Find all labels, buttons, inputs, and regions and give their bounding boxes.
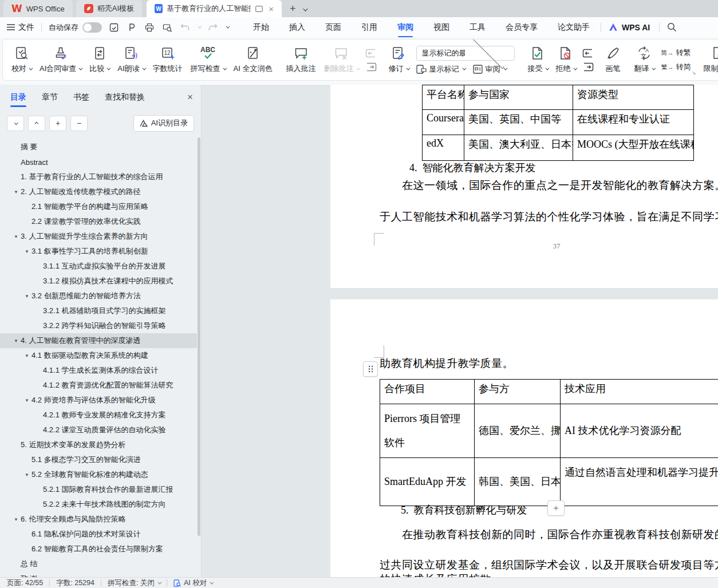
toc-item[interactable]: 5.1 多模态学习交互的智能化演进 (0, 452, 197, 467)
show-markup-button[interactable]: 显示标记 (416, 64, 465, 74)
toc-item[interactable]: 6.1 隐私保护问题的技术对策设计 (0, 527, 197, 542)
expand-triangle-icon[interactable]: ▼ (22, 472, 31, 477)
next-comment-icon[interactable] (365, 62, 377, 72)
autosave-toggle[interactable] (82, 22, 102, 33)
cooperation-table[interactable]: 合作项目 参与方 技术应用 Pierrors 项目管理软件 德国、爱尔兰、挪威 … (380, 379, 718, 506)
toc-item[interactable]: 2.1 智能教学平台的构建与应用策略 (0, 199, 197, 214)
toc-item[interactable]: ▼4.2 师资培养与评估体系的智能化升级 (0, 393, 197, 408)
toc-item[interactable]: 4.1.1 学生成长监测体系的综合设计 (0, 363, 197, 378)
toc-item[interactable]: ▼4. 人工智能在教育管理中的深度渗透 (0, 333, 197, 348)
track-changes-button[interactable]: 修订 (385, 41, 413, 79)
spellcheck-status[interactable]: 拼写检查: 关闭 (108, 578, 160, 588)
drag-handle[interactable] (363, 361, 378, 377)
ai-contract-review-button[interactable]: AI合同审查 (35, 41, 85, 79)
platform-table[interactable]: 平台名称 参与国家 资源类型 Coursera 美国、英国、中国等 在线课程和专… (422, 85, 694, 161)
document-page-37[interactable]: 平台名称 参与国家 资源类型 Coursera 美国、英国、中国等 在线课程和专… (330, 85, 718, 288)
expand-triangle-icon[interactable]: ▼ (22, 249, 31, 254)
toc-item[interactable]: 1. 基于教育行业的人工智能技术的综合运用 (0, 169, 197, 184)
toc-item[interactable]: 3.1.2 模拟仿真技术在课程中的应用模式 (0, 274, 197, 289)
toc-item[interactable]: 总 结 (0, 557, 197, 571)
toc-item[interactable]: 4.2.1 教师专业发展的精准化支持方案 (0, 408, 197, 423)
collapse-all-button[interactable] (7, 116, 24, 131)
ai-read-aloud-button[interactable]: AI朗读 (113, 41, 148, 79)
sidebar-scrollbar[interactable] (198, 137, 200, 570)
new-tab-button[interactable]: + (290, 3, 296, 15)
toc-item[interactable]: ▼3.2 创新思维能力的智能培养方法 (0, 289, 197, 303)
expand-triangle-icon[interactable]: ▼ (22, 294, 31, 299)
translate-button[interactable]: 文A 翻译 (630, 41, 658, 79)
toc-item[interactable]: 3.2.1 机器辅助项目式学习的实施框架 (0, 303, 197, 318)
menu-tab-3[interactable]: 引用 (361, 22, 378, 33)
toc-item[interactable]: 6.2 智能教育工具的社会责任与限制方案 (0, 542, 197, 557)
toc-item[interactable]: 4.2.2 课堂互动质量评估的自动化实验 (0, 423, 197, 437)
print-preview-icon[interactable] (162, 22, 172, 33)
reading-layout-icon[interactable] (255, 6, 263, 12)
menu-tab-8[interactable]: 论文助手 (557, 22, 590, 33)
spell-check-button[interactable]: ABC 拼写检查 (187, 41, 230, 79)
sidebar-panel-tab-1[interactable]: 章节 (42, 92, 58, 102)
toc-item[interactable]: Abstract (0, 155, 197, 169)
toc-item[interactable]: ▼3. 人工智能提升学生综合素养的新方向 (0, 229, 197, 244)
save-icon[interactable] (109, 22, 119, 33)
file-menu-button[interactable]: 文件 (7, 22, 34, 33)
toc-item[interactable]: ▼6. 伦理安全顾虑与风险防控策略 (0, 512, 197, 527)
tab-current-document[interactable]: W 基于教育行业的人工智能技术 × (147, 0, 282, 17)
menu-tab-2[interactable]: 页面 (325, 22, 342, 33)
insert-comment-button[interactable]: 插入批注 (282, 41, 320, 79)
compare-button[interactable]: 比较 (85, 41, 113, 79)
menu-tab-5[interactable]: 视图 (433, 22, 450, 33)
toc-item[interactable]: ▼3.1 叙事性学习工具的培养机制创新 (0, 244, 197, 259)
zoom-in-outline-button[interactable]: + (49, 116, 66, 131)
export-pdf-icon[interactable] (127, 22, 137, 33)
print-icon[interactable] (144, 22, 155, 33)
ai-proofread-status[interactable]: AI 校对 (173, 578, 212, 588)
tab-docer-templates[interactable]: 稻壳AI模板 (76, 0, 142, 17)
insert-row-button[interactable]: + (547, 500, 565, 516)
search-icon[interactable] (666, 22, 677, 33)
expand-triangle-icon[interactable]: ▼ (11, 190, 21, 195)
expand-all-button[interactable] (28, 116, 45, 131)
next-change-icon[interactable] (582, 62, 594, 72)
word-count-button[interactable]: 12 字数统计 (149, 41, 187, 79)
reject-button[interactable]: 拒绝 (552, 41, 580, 79)
word-count-indicator[interactable]: 字数: 25294 (56, 578, 94, 588)
close-tab-icon[interactable]: × (269, 4, 274, 14)
group-expand-icon[interactable]: ↘ (692, 70, 696, 76)
page-indicator[interactable]: 页面: 42/55 (7, 578, 43, 588)
ai-recognize-toc-button[interactable]: AI识别目录 (133, 115, 194, 132)
expand-triangle-icon[interactable]: ▼ (22, 353, 31, 358)
zoom-out-outline-button[interactable]: − (70, 116, 88, 131)
redo-chevron-icon[interactable] (226, 25, 230, 29)
toc-item[interactable]: 摘 要 (0, 140, 197, 155)
expand-triangle-icon[interactable]: ▼ (22, 398, 31, 403)
sidebar-panel-tab-3[interactable]: 查找和替换 (105, 92, 145, 102)
traditional-to-simplified-button[interactable]: 繁→ 转简 (661, 62, 691, 72)
previous-change-icon[interactable] (582, 49, 594, 58)
toc-item[interactable]: 5. 近期技术变革的发展趋势分析 (0, 437, 197, 452)
menu-tab-7[interactable]: 会员专享 (505, 22, 538, 33)
menu-tab-0[interactable]: 开始 (253, 22, 270, 33)
toc-item[interactable]: ▼4.1 数据驱动型教育决策系统的构建 (0, 348, 197, 363)
tab-wps-office[interactable]: W WPS Office (3, 0, 73, 17)
sidebar-panel-tab-2[interactable]: 书签 (73, 92, 89, 102)
toc-item[interactable]: ▼5.2 全球教育智能化标准的构建动态 (0, 467, 197, 482)
expand-triangle-icon[interactable]: ▼ (11, 338, 21, 344)
proofread-button[interactable]: 校对 (7, 41, 35, 79)
ink-pen-button[interactable]: 画笔 (602, 41, 625, 79)
menu-tab-6[interactable]: 工具 (469, 22, 486, 33)
toc-item[interactable]: ▼2. 人工智能改造传统教学模式的路径 (0, 184, 197, 199)
document-page-38[interactable]: 助教育机构提升教学质量。 合作项目 参与方 技术应用 Pierrors 项目管理… (330, 299, 718, 577)
toc-item[interactable]: 4.1.2 教育资源优化配置的智能算法研究 (0, 378, 197, 393)
sidebar-panel-tab-0[interactable]: 目录 (10, 92, 26, 102)
menu-tab-4[interactable]: 审阅 (397, 22, 414, 33)
simplified-to-traditional-button[interactable]: 简→ 转繁 (661, 48, 691, 58)
toc-item[interactable]: 3.2.2 跨学科知识融合的智能引导策略 (0, 318, 197, 333)
tab-list-chevron-icon[interactable] (303, 5, 306, 13)
toc-item[interactable]: 3.1.1 互动式虚拟实验平台的开发进展 (0, 259, 197, 274)
wps-ai-button[interactable]: WPS AI (608, 22, 650, 32)
expand-triangle-icon[interactable]: ▼ (11, 234, 21, 239)
toc-item[interactable]: 5.2.1 国际教育科技合作的最新进展汇报 (0, 482, 197, 497)
toc-item[interactable]: 致 谢 (0, 571, 197, 577)
toc-item[interactable]: 2.2 课堂教学管理的效率优化实践 (0, 214, 197, 229)
expand-triangle-icon[interactable]: ▼ (11, 517, 21, 522)
